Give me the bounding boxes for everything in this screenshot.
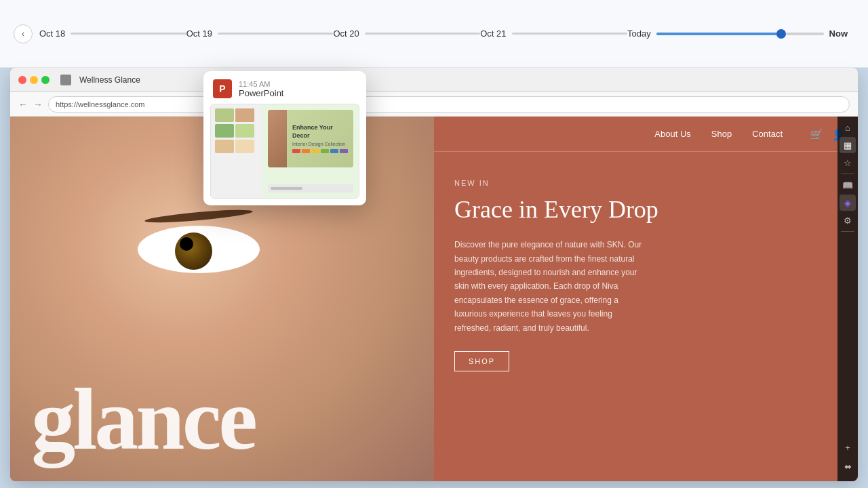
- slide-image-placeholder: [268, 110, 287, 167]
- timeline-oct19-label[interactable]: Oct 19: [186, 28, 212, 39]
- slide-thumb-4[interactable]: [235, 124, 254, 138]
- timeline-line-21-today: [512, 33, 627, 35]
- slide-thumb-1[interactable]: [215, 108, 234, 122]
- product-description: Discover the pure elegance of nature wit…: [454, 238, 644, 335]
- edge-favorites-icon[interactable]: ☆: [840, 155, 856, 171]
- popup-header: P 11:45 AM PowerPoint: [203, 71, 366, 104]
- timeline-line-19-20: [218, 33, 333, 35]
- timeline-now-label[interactable]: Now: [829, 28, 848, 39]
- slide-preview-area: Enhance Your Decor Interior Design Colle…: [211, 104, 359, 198]
- slide-bottom-bar: [268, 184, 353, 192]
- chevron-left-icon: ‹: [22, 29, 24, 39]
- minimize-window-button[interactable]: [30, 76, 38, 84]
- slide-thumb-5[interactable]: [215, 140, 234, 153]
- timeline-after-now-line: [786, 33, 823, 35]
- browser-window: Wellness Glance ← → https://wellnessglan…: [10, 68, 858, 481]
- window-traffic-lights: [18, 76, 50, 84]
- timeline-oct21-group: Oct 21: [480, 28, 627, 39]
- swatch-yellow: [311, 149, 319, 153]
- main-slide-area: Enhance Your Decor Interior Design Colle…: [262, 104, 359, 198]
- timeline-today-group: Today Now: [627, 28, 848, 39]
- cart-icon[interactable]: 🛒: [810, 128, 822, 140]
- edge-tools-icon[interactable]: ⚙: [840, 212, 856, 228]
- eye-iris: [175, 232, 212, 270]
- slide-title-text: Enhance Your Decor: [292, 124, 348, 140]
- new-in-badge: NEW IN: [454, 179, 837, 187]
- timeline-line-20-21: [365, 33, 480, 35]
- browser-favicon: [60, 75, 71, 85]
- website-navigation: About Us Shop Contact 🛒 👤: [434, 117, 858, 152]
- edge-add-icon[interactable]: +: [840, 439, 856, 455]
- browser-back-button[interactable]: ←: [18, 99, 28, 110]
- close-window-button[interactable]: [18, 76, 26, 84]
- timeline-oct20-label[interactable]: Oct 20: [333, 28, 359, 39]
- eye-shape: [138, 226, 260, 273]
- nav-shop[interactable]: Shop: [711, 129, 732, 139]
- slide-thumb-2[interactable]: [235, 108, 254, 122]
- edge-divider-1: [841, 174, 854, 174]
- maximize-window-button[interactable]: [41, 76, 50, 84]
- browser-tab-label[interactable]: Wellness Glance: [79, 75, 140, 85]
- slide-thumbs-row-2: [215, 124, 258, 138]
- slide-thumbs-row-1: [215, 108, 258, 122]
- popup-header-text: 11:45 AM PowerPoint: [239, 80, 283, 98]
- nav-about-us[interactable]: About Us: [654, 129, 690, 139]
- timeline-back-button[interactable]: ‹: [14, 24, 33, 43]
- edge-copilot-icon[interactable]: ◈: [840, 195, 856, 211]
- powerpoint-popup: P 11:45 AM PowerPoint: [203, 71, 366, 205]
- timeline-oct18-group: Oct 18: [39, 28, 186, 39]
- timeline-today-label[interactable]: Today: [627, 28, 651, 39]
- timeline-items: Oct 18 Oct 19 Oct 20 Oct 21 Today Now: [39, 28, 848, 39]
- browser-titlebar: Wellness Glance: [10, 68, 858, 92]
- product-content-area: NEW IN Grace in Every Drop Discover the …: [434, 152, 858, 399]
- nav-contact[interactable]: Contact: [752, 129, 783, 139]
- timeline-progress-track[interactable]: [656, 33, 782, 35]
- timeline-oct18-label[interactable]: Oct 18: [39, 28, 65, 39]
- slide-subtitle-text: Interior Design Collection: [292, 142, 348, 146]
- browser-forward-button[interactable]: →: [33, 99, 43, 110]
- slide-thumbnail-panel: [211, 104, 262, 198]
- address-bar[interactable]: https://wellnessglance.com: [48, 96, 850, 113]
- edge-reading-icon[interactable]: 📖: [840, 177, 856, 193]
- swatch-blue: [330, 149, 338, 153]
- glance-hero-text: glance: [31, 375, 255, 463]
- powerpoint-preview[interactable]: Enhance Your Decor Interior Design Colle…: [210, 104, 359, 199]
- swatch-orange: [302, 149, 310, 153]
- slide-thumb-6[interactable]: [235, 140, 254, 153]
- slide-color-swatches: [292, 149, 348, 153]
- timeline-line-18-19: [71, 33, 186, 35]
- swatch-red: [292, 149, 300, 153]
- edge-sidebar: ⌂ ▦ ☆ 📖 ◈ ⚙ + ⬌: [837, 117, 858, 481]
- slide-scrollbar[interactable]: [271, 187, 302, 190]
- swatch-green: [321, 149, 329, 153]
- timeline-oct19-group: Oct 19: [186, 28, 334, 39]
- eye-illustration: [138, 226, 273, 280]
- slide-thumbs-row-3: [215, 140, 258, 153]
- popup-time: 11:45 AM: [239, 80, 283, 88]
- website-content: glance About Us Shop Contact 🛒 👤 NEW IN: [10, 117, 858, 481]
- edge-expand-icon[interactable]: ⬌: [840, 458, 856, 474]
- website-right-panel: About Us Shop Contact 🛒 👤 NEW IN Grace i…: [434, 117, 858, 481]
- url-text: https://wellnessglance.com: [56, 100, 144, 108]
- shop-button[interactable]: SHOP: [454, 351, 509, 371]
- edge-bottom-controls: + ⬌: [840, 439, 856, 474]
- slide-text-area: Enhance Your Decor Interior Design Colle…: [287, 119, 353, 158]
- product-headline: Grace in Every Drop: [454, 195, 837, 224]
- powerpoint-app-icon: P: [213, 79, 232, 98]
- eye-pupil: [180, 237, 193, 251]
- edge-home-icon[interactable]: ⌂: [840, 119, 856, 136]
- ppt-icon-letter: P: [219, 83, 225, 94]
- timeline-progress-dot[interactable]: [776, 29, 786, 39]
- popup-app-name[interactable]: PowerPoint: [239, 88, 283, 98]
- timeline-oct20-group: Oct 20: [333, 28, 480, 39]
- browser-nav-bar: ← → https://wellnessglance.com: [10, 92, 858, 117]
- timeline-oct21-label[interactable]: Oct 21: [480, 28, 506, 39]
- slide-main-content: Enhance Your Decor Interior Design Colle…: [268, 110, 353, 167]
- timeline-bar: ‹ Oct 18 Oct 19 Oct 20 Oct 21 Today: [0, 0, 868, 68]
- swatch-purple: [340, 149, 348, 153]
- edge-collections-icon[interactable]: ▦: [840, 137, 856, 153]
- active-slide-thumb: [215, 108, 234, 122]
- slide-thumb-3[interactable]: [215, 124, 234, 138]
- main-area: Wellness Glance ← → https://wellnessglan…: [10, 68, 858, 481]
- edge-divider-2: [841, 231, 854, 232]
